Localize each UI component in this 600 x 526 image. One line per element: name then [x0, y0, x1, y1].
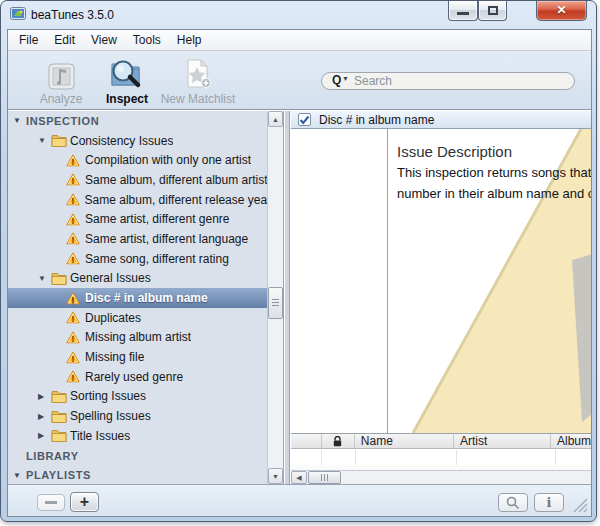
svg-text:!: ! — [72, 295, 75, 304]
sidebar-item-inspection[interactable]: ▼INSPECTION — [8, 111, 267, 131]
minimize-button[interactable] — [448, 1, 478, 21]
sidebar-item-label: Disc # in album name — [85, 291, 208, 305]
sidebar-item-label: Spelling Issues — [70, 409, 151, 423]
sidebar-item-missing-album-artist[interactable]: !Missing album artist — [8, 328, 267, 348]
svg-text:!: ! — [72, 374, 75, 383]
maximize-button[interactable] — [478, 1, 507, 21]
menu-help[interactable]: Help — [169, 30, 210, 50]
description-heading: Issue Description — [397, 143, 591, 160]
sidebar-item-duplicates[interactable]: !Duplicates — [8, 308, 267, 328]
menu-edit[interactable]: Edit — [46, 30, 83, 50]
scroll-up-icon[interactable]: ▲ — [268, 111, 283, 127]
sidebar-item-library[interactable]: LIBRARY — [8, 446, 267, 466]
sidebar-item-missing-file[interactable]: !Missing file — [8, 347, 267, 367]
disclosure-triangle-icon[interactable]: ▶ — [38, 392, 51, 401]
hscrollbar-thumb[interactable] — [308, 471, 341, 484]
sidebar-item-label: Same album, different album artist — [85, 173, 267, 187]
warning-icon: ! — [66, 213, 85, 226]
sidebar-item-label: Same artist, different language — [85, 232, 248, 246]
scrollbar-thumb[interactable] — [268, 287, 283, 319]
column-header-album[interactable]: Album — [551, 434, 591, 448]
issue-description-panel: Issue Description This inspection return… — [291, 129, 591, 433]
warning-icon: ! — [66, 154, 85, 167]
analyze-icon — [30, 57, 92, 90]
svg-text:!: ! — [72, 177, 75, 186]
warning-icon: ! — [66, 193, 85, 206]
menu-tools[interactable]: Tools — [125, 30, 169, 50]
description-text-block: Issue Description This inspection return… — [397, 143, 591, 202]
find-button[interactable] — [498, 493, 528, 512]
column-header-name[interactable]: Name — [355, 434, 454, 448]
inspect-icon — [96, 57, 158, 90]
menu-file[interactable]: File — [11, 30, 46, 50]
sidebar-item-compilation-with-only-one-artist[interactable]: !Compilation with only one artist — [8, 150, 267, 170]
title-bar[interactable]: beaTunes 3.5.0 ✕ — [1, 1, 596, 29]
sidebar-item-title-issues[interactable]: ▶Title Issues — [8, 426, 267, 446]
sidebar-item-general-issues[interactable]: ▼General Issues — [8, 269, 267, 289]
info-button[interactable]: i — [534, 493, 564, 512]
inspection-tree: ▼INSPECTION▼Consistency Issues!Compilati… — [8, 111, 267, 484]
sidebar-item-disc-in-album-name[interactable]: !Disc # in album name — [8, 288, 267, 308]
search-icon[interactable]: Q — [332, 73, 341, 87]
sidebar-item-same-album-different-album-artist[interactable]: !Same album, different album artist — [8, 170, 267, 190]
desktop: beaTunes 3.5.0 ✕ FileEditViewToolsHelp A… — [0, 0, 600, 526]
scroll-left-icon[interactable]: ◀ — [291, 471, 307, 484]
warning-icon: ! — [66, 232, 85, 245]
magnifier-icon — [506, 496, 520, 510]
svg-text:!: ! — [72, 335, 75, 344]
detail-horizontal-scrollbar[interactable]: ◀ — [291, 470, 591, 484]
sidebar-item-same-song-different-rating[interactable]: !Same song, different rating — [8, 249, 267, 269]
sidebar-item-label: Same artist, different genre — [85, 212, 230, 226]
folder-icon — [51, 410, 70, 423]
sidebar-scrollbar[interactable]: ▲ ▼ — [267, 111, 283, 484]
checkmark-icon — [299, 115, 310, 125]
panel-splitter[interactable] — [285, 111, 290, 484]
issue-header: Disc # in album name — [291, 111, 591, 129]
sidebar-item-same-album-different-release-year[interactable]: !Same album, different release year — [8, 190, 267, 210]
window-content: FileEditViewToolsHelp Analyze — [7, 29, 592, 517]
search-input[interactable] — [321, 72, 575, 90]
add-button[interactable]: + — [70, 492, 99, 512]
app-icon — [10, 7, 26, 22]
sidebar-item-spelling-issues[interactable]: ▶Spelling Issues — [8, 406, 267, 426]
sidebar-item-playlists[interactable]: ▼PLAYLISTS — [8, 465, 267, 484]
search-scope-caret-icon[interactable]: ▼ — [342, 75, 349, 82]
disclosure-triangle-icon[interactable]: ▼ — [13, 471, 26, 480]
svg-text:!: ! — [72, 157, 75, 166]
sidebar-item-label: LIBRARY — [26, 450, 79, 462]
new-matchlist-button[interactable]: New Matchlist — [156, 57, 240, 106]
warning-icon: ! — [66, 311, 85, 324]
svg-text:!: ! — [72, 354, 75, 363]
remove-button[interactable] — [37, 494, 65, 511]
sidebar-item-same-artist-different-genre[interactable]: !Same artist, different genre — [8, 209, 267, 229]
menu-view[interactable]: View — [83, 30, 125, 50]
sidebar-item-label: PLAYLISTS — [26, 469, 91, 481]
issue-enabled-checkbox[interactable] — [298, 113, 311, 126]
svg-text:!: ! — [72, 197, 75, 206]
resize-grip[interactable] — [572, 497, 588, 513]
inspect-button[interactable]: Inspect — [96, 57, 158, 106]
sidebar-item-consistency-issues[interactable]: ▼Consistency Issues — [8, 131, 267, 151]
close-button[interactable]: ✕ — [536, 1, 587, 21]
disclosure-triangle-icon[interactable]: ▶ — [38, 412, 51, 421]
column-header-spacer[interactable] — [291, 434, 322, 448]
svg-text:!: ! — [72, 236, 75, 245]
column-header-artist[interactable]: Artist — [454, 434, 551, 448]
sidebar-item-rarely-used-genre[interactable]: !Rarely used genre — [8, 367, 267, 387]
disclosure-triangle-icon[interactable]: ▼ — [13, 116, 26, 125]
scroll-down-icon[interactable]: ▼ — [268, 468, 283, 484]
description-left-column — [291, 129, 388, 433]
disclosure-triangle-icon[interactable]: ▼ — [38, 136, 51, 145]
sidebar-item-same-artist-different-language[interactable]: !Same artist, different language — [8, 229, 267, 249]
warning-icon: ! — [66, 173, 85, 186]
results-table-header: NameArtistAlbum — [291, 433, 591, 449]
app-window: beaTunes 3.5.0 ✕ FileEditViewToolsHelp A… — [0, 0, 597, 522]
column-header-lock[interactable] — [322, 434, 355, 448]
disclosure-triangle-icon[interactable]: ▼ — [38, 274, 51, 283]
window-title: beaTunes 3.5.0 — [31, 8, 114, 22]
analyze-button[interactable]: Analyze — [30, 57, 92, 106]
disclosure-triangle-icon[interactable]: ▶ — [38, 431, 51, 440]
inspect-label: Inspect — [96, 92, 158, 106]
sidebar-item-sorting-issues[interactable]: ▶Sorting Issues — [8, 387, 267, 407]
warning-icon: ! — [66, 292, 85, 305]
